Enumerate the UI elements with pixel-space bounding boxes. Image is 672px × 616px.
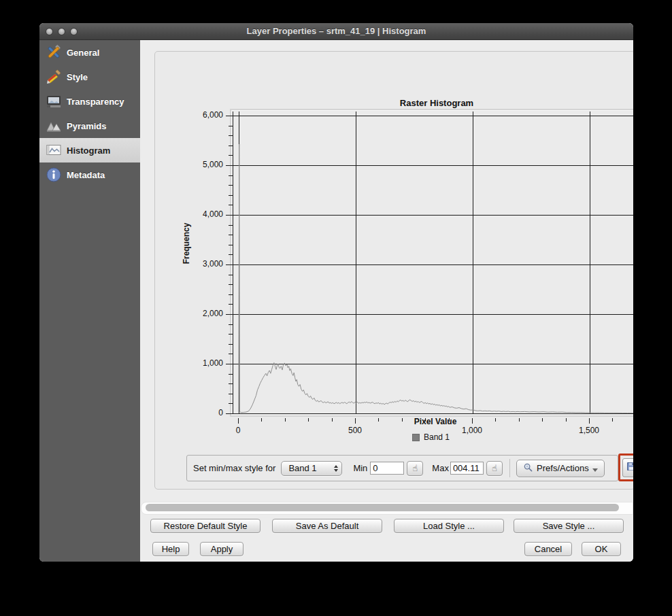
band-selector[interactable]: Band 1 [281, 461, 342, 476]
restore-default-style-button[interactable]: Restore Default Style [150, 519, 261, 533]
legend-swatch [412, 434, 420, 441]
button-label: OK [595, 544, 608, 554]
axis-tick [229, 205, 233, 205]
cancel-button[interactable]: Cancel [524, 542, 572, 556]
save-icon [626, 461, 633, 474]
axis-tick [226, 413, 233, 414]
button-label: Load Style ... [423, 521, 475, 531]
histogram-plot-svg [233, 112, 633, 413]
prefs-actions-button[interactable]: Prefs/Actions [516, 460, 605, 477]
sidebar-item-transparency[interactable]: Transparency [39, 89, 140, 114]
save-style-button[interactable]: Save Style ... [514, 519, 624, 533]
popup-arrows-icon [334, 465, 338, 472]
axis-tick [229, 155, 233, 156]
button-label: Cancel [535, 544, 562, 554]
axis-tick [402, 418, 403, 422]
load-style-button[interactable]: Load Style ... [394, 519, 504, 533]
axis-tick [229, 284, 233, 285]
axis-tick [472, 418, 473, 424]
axis-tick [308, 418, 309, 422]
axis-tick [542, 418, 543, 422]
button-label: Restore Default Style [164, 521, 248, 531]
axis-tick [229, 235, 233, 235]
y-tick-label: 1,000 [182, 358, 223, 368]
axis-tick [229, 403, 233, 404]
axis-tick [229, 374, 233, 375]
y-tick-label: 6,000 [182, 110, 223, 120]
min-pick-button[interactable]: ☝ [407, 461, 423, 476]
sidebar-item-label: Metadata [67, 170, 105, 180]
sidebar-item-general[interactable]: General [39, 40, 140, 65]
toolbar-separator [509, 459, 510, 477]
axis-tick [261, 418, 262, 422]
max-label: Max [432, 463, 449, 473]
sidebar-item-metadata[interactable]: Metadata [39, 162, 140, 187]
axis-tick [589, 418, 590, 424]
help-button[interactable]: Help [152, 542, 189, 556]
axis-tick [229, 324, 233, 325]
max-input[interactable] [450, 462, 484, 475]
save-histogram-button[interactable] [622, 458, 633, 477]
ok-button[interactable]: OK [582, 542, 621, 556]
info-icon [45, 166, 63, 184]
x-tick-label: 1,000 [462, 426, 482, 435]
window-title: Layer Properties – srtm_41_19 | Histogra… [39, 26, 633, 36]
sidebar-item-label: Transparency [67, 97, 124, 107]
axis-tick [226, 264, 233, 265]
axis-tick [229, 334, 233, 335]
scrollbar-thumb[interactable] [146, 504, 619, 511]
axis-tick [378, 418, 379, 422]
axis-tick [495, 418, 496, 422]
button-label: Apply [211, 544, 233, 554]
transparency-icon [45, 92, 63, 110]
axis-tick [612, 418, 613, 422]
x-tick-label: 0 [236, 426, 241, 435]
screen: Layer Properties – srtm_41_19 | Histogra… [0, 0, 672, 616]
axis-tick [229, 354, 233, 354]
axis-tick [355, 418, 356, 424]
y-tick-label: 4,000 [182, 209, 223, 219]
axis-tick [229, 254, 233, 255]
histogram-groupbox: Raster Histogram 01,0002,0003,0004,0005,… [154, 51, 633, 490]
axis-tick [229, 135, 233, 136]
horizontal-scrollbar[interactable] [141, 502, 633, 515]
axis-tick [332, 418, 333, 422]
chart-legend: Band 1 [412, 432, 450, 442]
axis-tick [229, 383, 233, 384]
axis-tick [519, 418, 520, 422]
axis-tick [566, 418, 567, 422]
sidebar-item-histogram[interactable]: Histogram [39, 138, 140, 162]
minmax-toolbar: Set min/max style for Band 1 Min ☝ Max ☝ [186, 455, 618, 481]
axis-tick [229, 175, 233, 176]
save-as-default-button[interactable]: Save As Default [272, 519, 382, 533]
axis-tick [229, 195, 233, 196]
axis-tick [229, 394, 233, 394]
sidebar-item-label: Histogram [67, 146, 110, 156]
button-label: Help [162, 544, 180, 554]
y-tick-label: 2,000 [182, 309, 223, 318]
axis-tick [229, 344, 233, 345]
histogram-plot[interactable] [233, 112, 633, 414]
magnifier-icon [523, 462, 533, 475]
sidebar-item-style[interactable]: Style [39, 65, 140, 89]
window-titlebar[interactable]: Layer Properties – srtm_41_19 | Histogra… [39, 23, 633, 40]
legend-label: Band 1 [424, 432, 450, 442]
histogram-icon [45, 141, 63, 159]
apply-button[interactable]: Apply [200, 542, 243, 556]
hand-pointer-icon: ☝ [492, 463, 497, 473]
axis-tick [226, 165, 233, 166]
sidebar-item-pyramids[interactable]: Pyramids [39, 114, 140, 138]
chart-title: Raster Histogram [233, 98, 633, 108]
hand-pointer-icon: ☝ [412, 463, 418, 473]
axis-tick [229, 304, 233, 305]
axis-tick [229, 245, 233, 245]
chevron-down-icon [592, 468, 598, 472]
paintbrush-icon [45, 68, 63, 86]
y-axis-title: Frequency [182, 223, 191, 264]
axis-tick [229, 126, 233, 126]
max-pick-button[interactable]: ☝ [486, 461, 503, 476]
min-label: Min [353, 463, 367, 473]
tools-icon [45, 44, 63, 61]
min-input[interactable] [370, 462, 404, 475]
sidebar-item-label: Style [67, 72, 88, 82]
